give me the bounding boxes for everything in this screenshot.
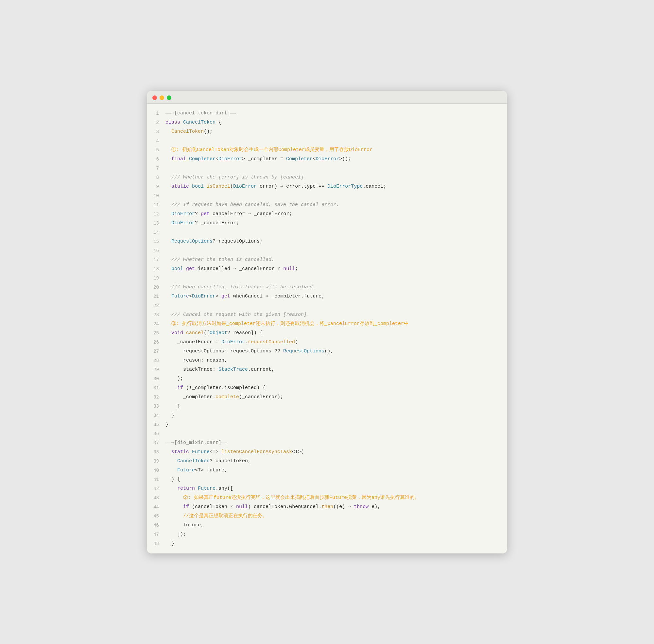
line-content-16 — [165, 246, 500, 255]
line-content-31: if (!_completer.isCompleted) { — [165, 384, 500, 393]
line-content-2: class CancelToken { — [165, 118, 500, 127]
line-num-12: 12 — [147, 210, 159, 219]
code-line-4: 4 — [147, 136, 507, 145]
close-button[interactable] — [152, 95, 157, 100]
code-line-41: 41 ) { — [147, 475, 507, 484]
line-num-4: 4 — [147, 136, 159, 145]
line-content-24: ③: 执行取消方法时如果_completer还未执行，则还有取消机会，将_Can… — [165, 319, 500, 328]
line-num-35: 35 — [147, 420, 159, 429]
line-num-34: 34 — [147, 411, 159, 420]
line-content-28: reason: reason, — [165, 356, 500, 365]
line-num-11: 11 — [147, 200, 159, 210]
line-content-48: } — [165, 539, 500, 548]
line-content-23: /// Cancel the request with the given [r… — [165, 310, 500, 319]
code-line-35: 35 } — [147, 420, 507, 429]
line-content-8: /// Whether the [error] is thrown by [ca… — [165, 173, 500, 182]
code-line-9: 9 static bool isCancel(DioError error) ⇒… — [147, 182, 507, 191]
line-num-26: 26 — [147, 338, 159, 347]
code-line-38: 38 static Future<T> listenCancelForAsync… — [147, 447, 507, 457]
line-content-47: ]); — [165, 530, 500, 539]
line-num-42: 42 — [147, 484, 159, 493]
line-num-40: 40 — [147, 466, 159, 475]
code-line-14: 14 — [147, 228, 507, 237]
line-num-41: 41 — [147, 475, 159, 484]
code-line-13: 13 DioError? _cancelError; — [147, 219, 507, 228]
code-line-34: 34 } — [147, 411, 507, 420]
line-num-33: 33 — [147, 402, 159, 411]
titlebar — [147, 91, 507, 104]
code-line-27: 27 requestOptions: requestOptions ?? Req… — [147, 347, 507, 356]
code-line-28: 28 reason: reason, — [147, 356, 507, 365]
code-line-48: 48 } — [147, 539, 507, 548]
line-num-16: 16 — [147, 246, 159, 255]
code-line-6: 6 final Completer<DioError> _completer =… — [147, 155, 507, 164]
line-num-9: 9 — [147, 182, 159, 191]
line-content-39: CancelToken? cancelToken, — [165, 457, 500, 466]
line-content-29: stackTrace: StackTrace.current, — [165, 365, 500, 374]
line-content-20: /// When cancelled, this future will be … — [165, 283, 500, 292]
line-content-26: _cancelError = DioError.requestCancelled… — [165, 338, 500, 347]
code-line-23: 23 /// Cancel the request with the given… — [147, 310, 507, 319]
line-num-39: 39 — [147, 457, 159, 466]
code-editor[interactable]: 1 ——→[cancel_token.dart]—— 2 class Cance… — [147, 104, 507, 553]
line-num-36: 36 — [147, 429, 159, 438]
line-num-37: 37 — [147, 438, 159, 447]
line-num-24: 24 — [147, 319, 159, 328]
line-num-15: 15 — [147, 237, 159, 246]
line-num-38: 38 — [147, 447, 159, 457]
code-line-43: 43 ②: 如果真正future还没执行完毕，这里就会出来捣乱把后面步骤Futu… — [147, 493, 507, 503]
code-line-2: 2 class CancelToken { — [147, 118, 507, 127]
line-content-18: bool get isCancelled ⇒ _cancelError ≠ nu… — [165, 264, 500, 274]
code-line-45: 45 //这个是真正想取消正在执行的任务。 — [147, 512, 507, 521]
code-line-39: 39 CancelToken? cancelToken, — [147, 457, 507, 466]
line-content-34: } — [165, 411, 500, 420]
line-content-25: void cancel([Object? reason]) { — [165, 328, 500, 338]
code-line-17: 17 /// Whether the token is cancelled. — [147, 255, 507, 264]
code-line-40: 40 Future<T> future, — [147, 466, 507, 475]
line-content-12: DioError? get cancelError ⇒ _cancelError… — [165, 210, 500, 219]
code-line-1: 1 ——→[cancel_token.dart]—— — [147, 109, 507, 118]
line-content-3: CancelToken(); — [165, 127, 500, 136]
line-content-1: ——→[cancel_token.dart]—— — [165, 109, 500, 118]
line-content-40: Future<T> future, — [165, 466, 500, 475]
line-num-3: 3 — [147, 127, 159, 136]
line-content-35: } — [165, 420, 500, 429]
line-num-20: 20 — [147, 283, 159, 292]
line-content-27: requestOptions: requestOptions ?? Reques… — [165, 347, 500, 356]
line-content-22 — [165, 301, 500, 310]
maximize-button[interactable] — [167, 95, 171, 100]
line-content-19 — [165, 274, 500, 283]
line-content-32: _completer.complete(_cancelError); — [165, 393, 500, 402]
line-num-47: 47 — [147, 530, 159, 539]
line-num-31: 31 — [147, 384, 159, 393]
code-line-31: 31 if (!_completer.isCompleted) { — [147, 384, 507, 393]
line-num-32: 32 — [147, 393, 159, 402]
line-num-45: 45 — [147, 512, 159, 521]
code-line-42: 42 return Future.any([ — [147, 484, 507, 493]
code-line-8: 8 /// Whether the [error] is thrown by [… — [147, 173, 507, 182]
line-content-10 — [165, 191, 500, 200]
line-num-6: 6 — [147, 155, 159, 164]
line-num-2: 2 — [147, 118, 159, 127]
line-content-21: Future<DioError> get whenCancel ⇒ _compl… — [165, 292, 500, 301]
code-line-44: 44 if (cancelToken ≠ null) cancelToken.w… — [147, 503, 507, 512]
minimize-button[interactable] — [160, 95, 164, 100]
line-content-42: return Future.any([ — [165, 484, 500, 493]
line-num-10: 10 — [147, 191, 159, 200]
code-line-29: 29 stackTrace: StackTrace.current, — [147, 365, 507, 374]
line-content-4 — [165, 136, 500, 145]
code-line-10: 10 — [147, 191, 507, 200]
code-line-33: 33 } — [147, 402, 507, 411]
line-num-27: 27 — [147, 347, 159, 356]
line-num-19: 19 — [147, 274, 159, 283]
code-line-26: 26 _cancelError = DioError.requestCancel… — [147, 338, 507, 347]
line-content-9: static bool isCancel(DioError error) ⇒ e… — [165, 182, 500, 191]
line-num-14: 14 — [147, 228, 159, 237]
line-num-29: 29 — [147, 365, 159, 374]
code-line-11: 11 /// If request have been canceled, sa… — [147, 200, 507, 210]
line-num-46: 46 — [147, 521, 159, 530]
code-line-16: 16 — [147, 246, 507, 255]
line-content-30: ); — [165, 374, 500, 384]
line-content-44: if (cancelToken ≠ null) cancelToken.when… — [165, 503, 500, 512]
code-line-32: 32 _completer.complete(_cancelError); — [147, 393, 507, 402]
